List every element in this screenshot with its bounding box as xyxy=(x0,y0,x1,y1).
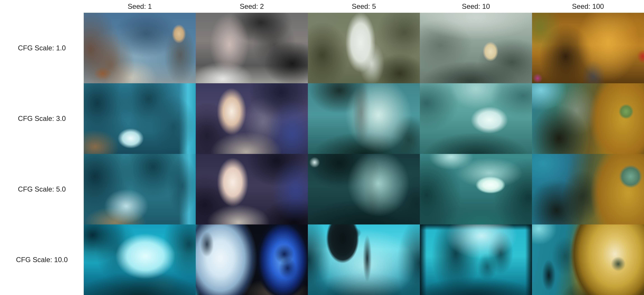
image-cell-seed1-cfg1 xyxy=(84,13,196,83)
row-header-cfg-1-0: CFG Scale: 1.0 xyxy=(0,13,84,83)
column-headers: Seed: 1 Seed: 2 Seed: 5 Seed: 10 Seed: 1… xyxy=(84,0,644,13)
image-cell-seed10-cfg1 xyxy=(420,13,532,83)
seed-cfg-comparison-grid: Seed: 1 Seed: 2 Seed: 5 Seed: 10 Seed: 1… xyxy=(0,0,644,295)
image-cell-seed5-cfg3 xyxy=(308,83,420,154)
image-grid xyxy=(84,13,644,295)
column-header-seed-100: Seed: 100 xyxy=(532,0,644,13)
image-cell-seed10-cfg10 xyxy=(420,224,532,295)
image-cell-seed2-cfg10 xyxy=(196,224,308,295)
column-header-seed-5: Seed: 5 xyxy=(308,0,420,13)
image-cell-seed100-cfg5 xyxy=(532,154,644,224)
column-header-seed-1: Seed: 1 xyxy=(84,0,196,13)
column-header-seed-2: Seed: 2 xyxy=(196,0,308,13)
row-headers: CFG Scale: 1.0 CFG Scale: 3.0 CFG Scale:… xyxy=(0,13,84,295)
image-cell-seed5-cfg10 xyxy=(308,224,420,295)
image-cell-seed10-cfg3 xyxy=(420,83,532,154)
image-cell-seed100-cfg1 xyxy=(532,13,644,83)
image-cell-seed100-cfg10 xyxy=(532,224,644,295)
image-cell-seed2-cfg5 xyxy=(196,154,308,224)
image-cell-seed2-cfg1 xyxy=(196,13,308,83)
image-cell-seed1-cfg5 xyxy=(84,154,196,224)
image-cell-seed100-cfg3 xyxy=(532,83,644,154)
image-cell-seed1-cfg3 xyxy=(84,83,196,154)
image-cell-seed5-cfg5 xyxy=(308,154,420,224)
image-cell-seed1-cfg10 xyxy=(84,224,196,295)
image-cell-seed5-cfg1 xyxy=(308,13,420,83)
column-header-seed-10: Seed: 10 xyxy=(420,0,532,13)
row-header-cfg-10-0: CFG Scale: 10.0 xyxy=(0,224,84,295)
image-cell-seed2-cfg3 xyxy=(196,83,308,154)
row-header-cfg-3-0: CFG Scale: 3.0 xyxy=(0,83,84,154)
row-header-cfg-5-0: CFG Scale: 5.0 xyxy=(0,154,84,224)
image-cell-seed10-cfg5 xyxy=(420,154,532,224)
